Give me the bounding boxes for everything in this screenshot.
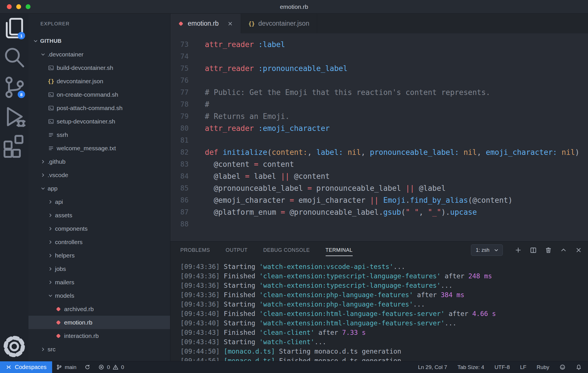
chevron-down-icon[interactable] — [48, 293, 53, 298]
language-indicator[interactable]: Ruby — [537, 364, 549, 370]
chevron-right-icon[interactable] — [48, 213, 53, 218]
chevron-right-icon[interactable] — [48, 266, 53, 271]
tree-item-app[interactable]: app — [28, 182, 170, 195]
activity-source-control-button[interactable]: 8 — [0, 72, 28, 102]
editor-tab-bar: emotion.rb{}devcontainer.json — [170, 14, 588, 33]
tree-item-components[interactable]: components — [28, 222, 170, 235]
chevron-right-icon[interactable] — [48, 240, 53, 245]
kill-terminal-button[interactable] — [545, 246, 552, 254]
code-line[interactable]: 83 @content = content — [170, 158, 588, 170]
code-line[interactable]: 86 @emoji_character = emoji_character ||… — [170, 194, 588, 206]
cursor-position[interactable]: Ln 29, Col 7 — [418, 364, 447, 370]
tree-item-post-attach-command-sh[interactable]: post-attach-command.sh — [28, 101, 170, 115]
code-text: @content = content — [189, 158, 294, 170]
tree-item-welcome-message-txt[interactable]: welcome_message.txt — [28, 141, 170, 155]
tree-item-interaction-rb[interactable]: interaction.rb — [28, 329, 170, 342]
panel-tab-problems[interactable]: PROBLEMS — [180, 247, 210, 253]
tree-item-assets[interactable]: assets — [28, 208, 170, 222]
code-line[interactable]: 77# Public: Get the Emoji that this reac… — [170, 86, 588, 98]
feedback-button[interactable] — [560, 364, 565, 370]
chevron-down-icon[interactable] — [33, 38, 38, 44]
tree-item-vscode[interactable]: .vscode — [28, 168, 170, 182]
bell-icon — [576, 364, 582, 370]
chevron-right-icon[interactable] — [48, 226, 53, 231]
chevron-right-icon[interactable] — [48, 280, 53, 285]
code-line[interactable]: 84 @label = label || @content — [170, 170, 588, 182]
eol-indicator[interactable]: LF — [520, 364, 526, 370]
code-line[interactable]: 74 — [170, 50, 588, 62]
tree-item-src[interactable]: src — [28, 342, 170, 356]
status-bar-right: Ln 29, Col 7 Tab Size: 4 UTF-8 LF Ruby — [418, 361, 588, 373]
tree-item-controllers[interactable]: controllers — [28, 235, 170, 249]
panel-tab-terminal[interactable]: TERMINAL — [326, 247, 353, 253]
tree-item-setup-devcontainer-sh[interactable]: setup-devcontainer.sh — [28, 115, 170, 128]
tab-devcontainer-json[interactable]: {}devcontainer.json — [241, 14, 317, 33]
codespaces-icon — [6, 364, 12, 370]
code-line[interactable]: 82def initialize(content:, label: nil, p… — [170, 146, 588, 158]
chevron-right-icon[interactable] — [40, 173, 46, 178]
settings-button[interactable] — [0, 332, 28, 361]
panel-tab-debug-console[interactable]: DEBUG CONSOLE — [263, 247, 310, 253]
tree-item-helpers[interactable]: helpers — [28, 249, 170, 262]
tree-item-devcontainer-json[interactable]: {}devcontainer.json — [28, 74, 170, 88]
minimize-window-button[interactable] — [16, 4, 21, 9]
tree-item-archived-rb[interactable]: archived.rb — [28, 302, 170, 316]
tree-item-ssrh[interactable]: ssrh — [28, 128, 170, 141]
line-number: 77 — [170, 86, 189, 98]
close-window-button[interactable] — [7, 4, 12, 9]
split-terminal-button[interactable] — [530, 246, 537, 254]
tree-item-github[interactable]: .github — [28, 155, 170, 168]
code-line[interactable]: 76 — [170, 74, 588, 86]
chevron-down-icon[interactable] — [40, 52, 46, 57]
terminal-output[interactable]: [09:43:36] Starting 'watch-extension:vsc… — [170, 259, 588, 361]
code-line[interactable]: 73attr_reader :label — [170, 38, 588, 50]
window-controls — [7, 0, 30, 13]
activity-bar-spacer — [0, 161, 28, 332]
tree-item-mailers[interactable]: mailers — [28, 275, 170, 289]
chevron-right-icon[interactable] — [48, 253, 53, 258]
chevron-right-icon[interactable] — [40, 159, 46, 164]
code-line[interactable]: 81 — [170, 134, 588, 146]
panel-tab-output[interactable]: OUTPUT — [226, 247, 248, 253]
vscode-window: emotion.rb 18 EXPLORER GITHUB.devcontain… — [0, 0, 588, 373]
tree-item-jobs[interactable]: jobs — [28, 262, 170, 275]
line-number: 82 — [170, 146, 189, 158]
tree-item-github[interactable]: GITHUB — [28, 34, 170, 48]
codespaces-indicator[interactable]: Codespaces — [0, 361, 52, 373]
terminal-shell-select[interactable]: 1: zsh — [471, 244, 503, 256]
chevron-down-icon[interactable] — [40, 186, 46, 191]
activity-explorer-button[interactable]: 1 — [0, 14, 28, 43]
indentation-indicator[interactable]: Tab Size: 4 — [458, 364, 484, 370]
sync-button[interactable] — [80, 361, 94, 373]
maximize-panel-button[interactable] — [560, 246, 567, 254]
chevron-right-icon[interactable] — [40, 347, 46, 352]
branch-indicator[interactable]: main — [52, 361, 80, 373]
tree-item-api[interactable]: api — [28, 195, 170, 208]
tab-emotion-rb[interactable]: emotion.rb — [170, 14, 241, 33]
activity-extensions-button[interactable] — [0, 131, 28, 161]
tree-item-devcontainer[interactable]: .devcontainer — [28, 48, 170, 61]
close-tab-button[interactable] — [227, 21, 233, 27]
code-line[interactable]: 79# Returns an Emoji. — [170, 110, 588, 122]
zoom-window-button[interactable] — [26, 4, 30, 9]
notifications-button[interactable] — [576, 364, 582, 370]
code-editor[interactable]: 73attr_reader :label7475attr_reader :pro… — [170, 33, 588, 241]
new-terminal-button[interactable] — [514, 246, 522, 254]
code-line[interactable]: 87 @platform_enum = @pronounceable_label… — [170, 206, 588, 218]
tree-item-models[interactable]: models — [28, 289, 170, 302]
tree-item-on-create-command-sh[interactable]: on-create-command.sh — [28, 88, 170, 101]
code-line[interactable]: 88 — [170, 218, 588, 230]
encoding-indicator[interactable]: UTF-8 — [495, 364, 510, 370]
close-panel-button[interactable] — [575, 246, 582, 254]
code-line[interactable]: 80attr_reader :emoji_character — [170, 122, 588, 134]
tree-item-build-devcontainer-sh[interactable]: build-devcontainer.sh — [28, 61, 170, 74]
terminal-line: [09:44:56] [monaco.d.ts] Finished monaco… — [180, 356, 588, 361]
code-line[interactable]: 75attr_reader :pronounceable_label — [170, 62, 588, 74]
chevron-right-icon[interactable] — [48, 199, 53, 204]
problems-indicator[interactable]: 0 0 — [94, 361, 128, 373]
tree-item-emotion-rb[interactable]: emotion.rb — [28, 316, 170, 329]
activity-search-button[interactable] — [0, 43, 28, 72]
code-line[interactable]: 78# — [170, 98, 588, 110]
code-line[interactable]: 85 @pronounceable_label = pronounceable_… — [170, 182, 588, 194]
activity-run-debug-button[interactable] — [0, 102, 28, 131]
